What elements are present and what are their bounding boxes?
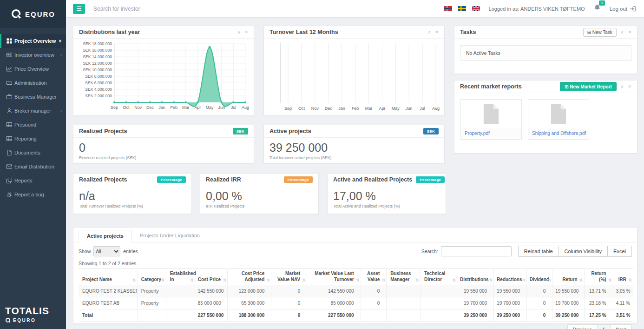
sidebar-item-presound[interactable]: Presound [0,118,66,132]
table-cell: 85 000 000 [307,297,361,309]
sidebar-item-email-distribution[interactable]: Email Distribution [0,160,66,174]
column-header-category[interactable]: Category⇅ [137,269,166,285]
sidebar-item-broker-manager[interactable]: Broker manager‹ [0,104,66,118]
sort-icon: ⇅ [548,278,552,283]
svg-text:SEK 18.000.000: SEK 18.000.000 [83,41,112,46]
collapse-icon[interactable]: ∧ [237,30,241,34]
new-market-report-button[interactable]: ⊞ New Market Report [560,82,617,91]
close-icon[interactable]: ✕ [628,85,631,89]
next-page-button[interactable]: Next [610,324,631,329]
column-header-irr[interactable]: IRR⇅ [613,269,633,285]
panel-title: Recent market reports [460,83,522,90]
column-header-asset-value[interactable]: Asset Value⇅ [361,269,387,285]
report-files: Property.pdfShipping and Offshore.pdf [460,99,631,140]
svg-text:May: May [206,105,214,110]
stat-value: n/a [79,189,186,203]
close-icon[interactable]: ✕ [244,30,248,34]
sidebar-menu: Project Overview∨Investor overview‹Price… [0,28,66,201]
projects-table: Project Name⇅Category⇅Established in⇅Cos… [79,269,633,322]
table-row[interactable]: EQURO TEST ABProperty85 000 00065 300 00… [79,297,633,309]
file-thumbnail [461,100,521,128]
column-header-established-in[interactable]: Established in⇅ [166,269,195,285]
column-header-return[interactable]: Return⇅ [552,269,584,285]
collapse-icon[interactable]: ∧ [621,30,624,34]
column-header-return[interactable]: Return (%)⇅ [584,269,613,285]
svg-text:SEK 4.000.000: SEK 4.000.000 [85,87,112,92]
sidebar-item-report-a-bug[interactable]: Report a bug [0,188,66,201]
table-cell [166,297,195,309]
svg-text:Dec: Dec [146,105,154,110]
column-header-technical-director[interactable]: Technical Director⇅ [420,269,457,285]
table-cell [387,309,421,322]
uk-flag[interactable] [472,6,480,11]
column-header-reductions[interactable]: Reductions⇅ [494,269,527,285]
logout-button[interactable]: Log out [610,6,636,12]
svg-text:Mar: Mar [182,105,190,110]
search-investor-input[interactable] [85,6,444,12]
page-size-select[interactable]: All [93,246,120,256]
equro-footer-icon [5,317,11,323]
folder-icon [7,80,14,86]
sidebar-item-label: Administration [14,80,47,86]
sidebar-item-business-manager[interactable]: Business Manager [0,90,66,104]
table-cell: 188 300 000 [228,309,271,322]
svg-text:Feb: Feb [170,105,177,110]
previous-page-button[interactable]: Previous [567,324,598,329]
sidebar-item-label: Reporting [14,136,37,141]
file-link[interactable]: Shipping and Offshore.pdf [528,128,589,139]
column-header-cost-price-adjusted[interactable]: Cost Price Adjusted⇅ [228,269,271,285]
collapse-icon[interactable]: ∧ [428,30,431,34]
norway-flag[interactable] [444,6,452,11]
table-cell: 19 550 000 [552,285,584,297]
table-cell: 3,51 % [613,309,633,322]
sidebar-item-project-overview[interactable]: Project Overview∨ [0,34,66,48]
sidebar-item-label: Presound [14,122,36,128]
column-header-cost-price[interactable]: Cost Price⇅ [195,269,228,285]
tab-projects-under-liquidation[interactable]: Projects Under Liquidation [132,230,208,242]
tab-active-projects[interactable]: Active projects [79,230,132,242]
table-cell [420,309,457,322]
close-icon[interactable]: ✕ [435,30,439,34]
collapse-icon[interactable]: ∧ [621,85,624,89]
distributions-chart: SEK 18.000.000SEK 16.000.000SEK 14.000.0… [77,40,250,115]
table-cell: 0 [271,285,307,297]
excel-button[interactable]: Excel [607,246,632,257]
table-cell: 227 550 000 [195,309,228,322]
table-cell [387,285,421,297]
close-icon[interactable]: ✕ [628,30,631,34]
table-cell: 17,25 % [584,309,613,322]
sidebar-item-reports[interactable]: Reports [0,174,66,188]
column-visibility-button[interactable]: Column Visibility [559,246,608,257]
column-header-market-value-nav[interactable]: Market Value NAV⇅ [271,269,307,285]
sidebar-item-reporting[interactable]: Reporting [0,132,66,146]
column-label: Technical Director [424,271,445,282]
table-cell: 0 [361,285,387,297]
table-cell: EQURO TEST 2 KLASSER AB [79,285,137,297]
table-search-input[interactable] [441,246,512,256]
report-file-shipping-and-offshore-pdf[interactable]: Shipping and Offshore.pdf [528,99,589,140]
svg-text:Aug: Aug [242,105,249,110]
page-button-1[interactable]: 1 [597,324,611,329]
sidebar-item-price-overview[interactable]: Price Overview [0,62,66,76]
menu-toggle-button[interactable]: ☰ [73,4,85,14]
column-header-project-name[interactable]: Project Name⇅ [79,269,137,285]
table-cell: 39 250 000 [457,309,494,322]
sidebar-item-investor-overview[interactable]: Investor overview‹ [0,48,66,62]
column-header-market-value-last-turnover[interactable]: Market Value Last Turnover⇅ [307,269,361,285]
new-task-button[interactable]: ⊞ New Task [583,28,617,37]
sidebar-item-documents[interactable]: Documents [0,146,66,160]
table-cell [387,297,421,309]
column-header-distributions[interactable]: Distributions⇅ [457,269,494,285]
notifications-button[interactable]: 1 [594,4,601,13]
sidebar-item-administration[interactable]: Administration [0,76,66,90]
reload-table-button[interactable]: Reload table [518,246,559,257]
sweden-flag[interactable] [458,6,466,11]
table-icon [7,122,14,128]
equro-logo[interactable]: EQURO [0,0,66,28]
file-link[interactable]: Property.pdf [461,128,521,139]
table-row[interactable]: EQURO TEST 2 KLASSER ABProperty142 550 0… [79,285,633,297]
column-header-business-manager[interactable]: Business Manager⇅ [387,269,421,285]
column-header-dividend[interactable]: Dividend⇅ [526,269,552,285]
turnover-chart: SepOctNovDecJanFebMarAprMayJunJulAug [268,40,440,115]
report-file-property-pdf[interactable]: Property.pdf [460,99,522,140]
